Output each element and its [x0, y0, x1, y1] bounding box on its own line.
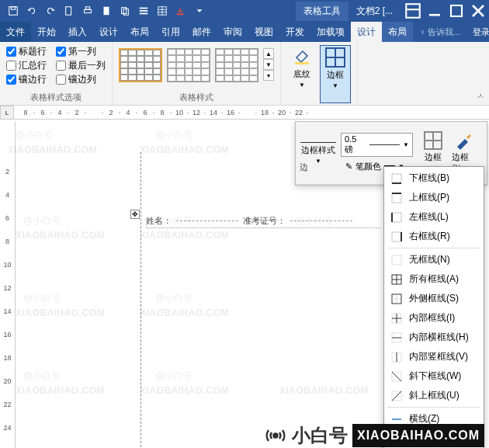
- svg-rect-3: [85, 9, 92, 12]
- dd-no-border[interactable]: 无框线(N): [384, 250, 484, 269]
- quick-access-toolbar: A: [0, 2, 208, 19]
- font-color-icon[interactable]: A: [172, 2, 189, 19]
- dd-right-border[interactable]: 右框线(R): [384, 227, 484, 246]
- chk-total-row[interactable]: 汇总行: [6, 59, 47, 72]
- menu-table-layout[interactable]: 布局: [382, 22, 413, 42]
- dd-left-border[interactable]: 左框线(L): [384, 207, 484, 227]
- border-button[interactable]: 边框 ▼: [320, 45, 351, 103]
- dd-bottom-border[interactable]: 下框线(B): [384, 168, 484, 188]
- undo-icon[interactable]: [23, 2, 40, 19]
- menu-developer[interactable]: 开发: [279, 22, 310, 42]
- footer-url: XIAOBAIHAO.COM: [352, 424, 484, 447]
- menu-table-design[interactable]: 设计: [351, 22, 382, 42]
- window-controls: [402, 0, 489, 22]
- dd-top-border[interactable]: 上框线(P): [384, 188, 484, 207]
- dd-inside-h-border[interactable]: 内部横框线(H): [384, 328, 484, 347]
- form-row[interactable]: 姓名： 准考证号：: [146, 214, 380, 228]
- svg-rect-10: [140, 13, 148, 15]
- menu-layout[interactable]: 布局: [124, 22, 155, 42]
- chk-header-row[interactable]: 标题行: [6, 45, 47, 58]
- table-style-3[interactable]: [215, 48, 258, 82]
- menu-mail[interactable]: 邮件: [186, 22, 217, 42]
- svg-text:A: A: [178, 6, 183, 15]
- redo-icon[interactable]: [42, 2, 59, 19]
- list-icon[interactable]: [135, 2, 152, 19]
- name-field[interactable]: [176, 221, 238, 221]
- svg-line-48: [392, 391, 401, 401]
- menu-home[interactable]: 开始: [31, 22, 62, 42]
- svg-rect-19: [451, 5, 462, 16]
- style-scroll-up[interactable]: ▲: [263, 48, 274, 59]
- svg-rect-1: [11, 7, 15, 10]
- menu-review[interactable]: 审阅: [217, 22, 248, 42]
- dd-diag-up-border[interactable]: 斜上框线(U): [384, 386, 484, 405]
- border-dropdown-menu: 下框线(B) 上框线(P) 左框线(L) 右框线(R) 无框线(N) 所有框线(…: [383, 166, 484, 448]
- table-move-handle[interactable]: ✥: [130, 210, 140, 219]
- style-expand[interactable]: ▾: [263, 70, 274, 81]
- dd-outside-border[interactable]: 外侧框线(S): [384, 289, 484, 308]
- chk-last-col[interactable]: 最后一列: [56, 59, 106, 72]
- table-style-1[interactable]: [119, 48, 162, 82]
- chevron-down-icon: ▼: [299, 82, 305, 89]
- style-scroll-down[interactable]: ▼: [263, 59, 274, 70]
- svg-point-51: [274, 434, 278, 438]
- border-weight-dropdown[interactable]: 0.5 磅▼: [341, 133, 413, 157]
- vertical-ruler[interactable]: 24681012141618202224: [0, 121, 16, 448]
- context-tab-label: 表格工具: [296, 2, 349, 21]
- menu-design[interactable]: 设计: [93, 22, 124, 42]
- footer-watermark: 小白号 XIAOBAIHAO.COM: [264, 423, 484, 448]
- chevron-down-icon: ▼: [332, 82, 338, 89]
- broadcast-icon: [264, 424, 287, 447]
- table-style-2[interactable]: [167, 48, 210, 82]
- print-icon[interactable]: [79, 2, 96, 19]
- dashed-guide-line: [140, 152, 141, 448]
- shading-button[interactable]: 底纹 ▼: [287, 45, 317, 103]
- border-none-icon: [390, 254, 403, 266]
- border-bottom-icon: [390, 172, 403, 185]
- ruler-corner[interactable]: L: [0, 106, 14, 120]
- chk-banded-col[interactable]: 镶边列: [56, 73, 96, 86]
- svg-rect-17: [406, 4, 420, 18]
- new-icon[interactable]: [61, 2, 78, 19]
- qat-more-icon[interactable]: [191, 2, 208, 19]
- title-bar: A 表格工具 文档2 [...: [0, 0, 489, 22]
- ribbon: 标题行 第一列 汇总行 最后一列 镶边行 镶边列 表格样式选项 ▲ ▼ ▾: [0, 42, 489, 106]
- chk-first-col[interactable]: 第一列: [56, 45, 96, 58]
- svg-rect-8: [140, 8, 148, 9]
- svg-rect-29: [392, 232, 401, 241]
- table-icon[interactable]: [154, 2, 171, 19]
- svg-line-46: [392, 372, 401, 381]
- exam-field[interactable]: [290, 221, 352, 221]
- chk-banded-row[interactable]: 镶边行: [6, 73, 47, 86]
- maximize-icon[interactable]: [446, 0, 467, 22]
- close-icon[interactable]: [467, 0, 489, 22]
- border-grid-icon: [325, 47, 345, 68]
- border-group-label: 边: [300, 161, 308, 173]
- menu-file[interactable]: 文件: [0, 22, 31, 42]
- horizontal-ruler[interactable]: 8·6·4·2··2·4·6·8·10·12·14·16··18·20·22·: [0, 106, 489, 120]
- menu-references[interactable]: 引用: [155, 22, 186, 42]
- login-link[interactable]: 登录: [466, 23, 489, 42]
- tell-me-input[interactable]: ♀ 告诉我...: [413, 23, 466, 42]
- border-right-icon: [390, 231, 403, 243]
- menu-addins[interactable]: 加载项: [310, 22, 351, 42]
- svg-rect-16: [177, 14, 184, 16]
- border-inside-icon: [390, 312, 403, 325]
- page-icon[interactable]: [98, 2, 115, 19]
- copy-icon[interactable]: [116, 2, 134, 19]
- dd-diag-down-border[interactable]: 斜下框线(W): [384, 366, 484, 386]
- svg-rect-22: [295, 62, 309, 64]
- dd-inside-border[interactable]: 内部框线(I): [384, 308, 484, 328]
- border-diag-up-icon: [390, 390, 403, 402]
- menu-view[interactable]: 视图: [248, 22, 279, 42]
- minimize-icon[interactable]: [424, 0, 446, 22]
- svg-rect-2: [66, 7, 71, 16]
- dd-inside-v-border[interactable]: 内部竖框线(V): [384, 347, 484, 366]
- collapse-ribbon-icon[interactable]: ㅅ: [477, 91, 484, 102]
- save-icon[interactable]: [5, 2, 22, 19]
- menu-insert[interactable]: 插入: [62, 22, 93, 42]
- ribbon-options-icon[interactable]: [402, 0, 424, 22]
- svg-rect-25: [392, 193, 401, 203]
- dd-all-border[interactable]: 所有框线(A): [384, 269, 484, 289]
- svg-rect-4: [85, 7, 89, 10]
